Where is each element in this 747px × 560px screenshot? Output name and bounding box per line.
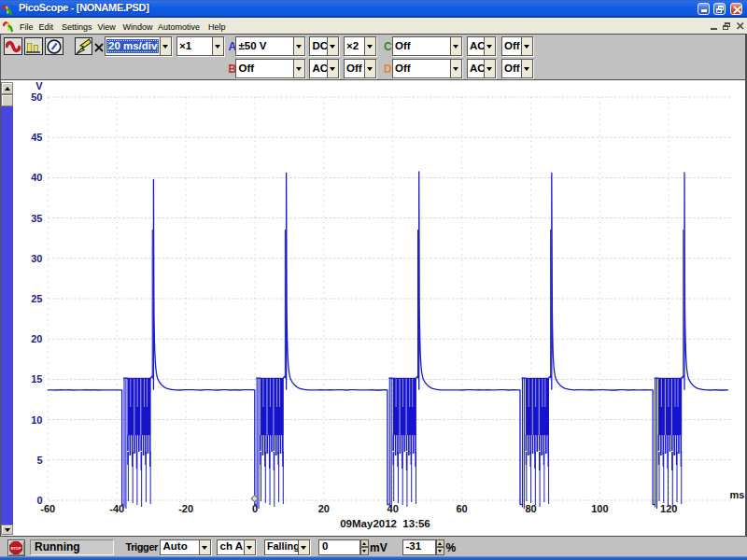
svg-text:20: 20 [318, 503, 330, 514]
svg-text:15: 15 [31, 373, 42, 385]
svg-text:30: 30 [31, 253, 42, 264]
svg-text:5: 5 [36, 455, 42, 466]
svg-text:80: 80 [525, 503, 536, 514]
svg-text:100: 100 [591, 503, 608, 514]
svg-text:50: 50 [31, 91, 42, 103]
svg-text:09May2012 13:56: 09May2012 13:56 [340, 518, 430, 529]
svg-text:-60: -60 [40, 503, 55, 514]
svg-text:40: 40 [31, 172, 42, 183]
svg-text:45: 45 [31, 132, 42, 143]
svg-text:ms: ms [730, 489, 745, 500]
svg-text:60: 60 [456, 503, 467, 514]
svg-text:STOP: STOP [10, 546, 21, 551]
svg-text:25: 25 [31, 293, 42, 304]
svg-text:35: 35 [31, 213, 42, 224]
svg-text:20: 20 [31, 333, 42, 344]
svg-text:-20: -20 [178, 503, 193, 514]
svg-text:V: V [35, 80, 43, 91]
svg-text:10: 10 [31, 414, 42, 426]
svg-text:120: 120 [660, 503, 677, 514]
